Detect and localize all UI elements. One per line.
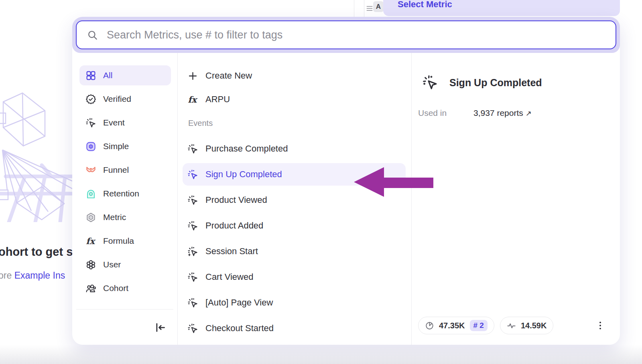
formula-icon: fx xyxy=(85,236,96,247)
grid-icon xyxy=(85,70,96,81)
total-count-stat-pill[interactable]: 47.35K # 2 xyxy=(418,317,494,334)
metric-detail-panel: Sign Up Completed Used in 3,937 reports↗… xyxy=(412,53,620,345)
detail-title: Sign Up Completed xyxy=(449,77,542,89)
events-section-label: Events xyxy=(188,115,406,131)
used-in-label: Used in xyxy=(418,108,473,118)
create-new-label: Create New xyxy=(205,71,252,81)
event-icon xyxy=(187,297,198,308)
verified-icon xyxy=(85,94,96,105)
sidebar-item-label: Verified xyxy=(103,94,131,104)
clause-a-badge[interactable]: A xyxy=(373,1,384,12)
plus-icon xyxy=(187,71,198,81)
sidebar-item-label: User xyxy=(103,260,121,269)
list-item-purchase-completed[interactable]: Purchase Completed xyxy=(183,138,406,160)
create-new-button[interactable]: Create New xyxy=(183,66,406,86)
sidebar-item-funnel[interactable]: Funnel xyxy=(79,160,171,180)
list-item-arpu[interactable]: fx ARPU xyxy=(183,89,406,109)
event-icon xyxy=(85,117,96,128)
sidebar-item-label: All xyxy=(103,71,112,80)
metric-search-box[interactable] xyxy=(76,20,616,49)
select-metric-button[interactable]: Select Metric xyxy=(383,0,620,16)
retention-icon xyxy=(85,188,96,199)
annotation-arrow-left xyxy=(352,165,435,199)
metric-list: Create New fx ARPU Events Purchase Compl… xyxy=(178,53,411,345)
collapse-left-icon[interactable] xyxy=(154,322,166,334)
funnel-icon xyxy=(85,165,96,176)
pie-chart-icon xyxy=(425,321,434,330)
list-item-checkout-started[interactable]: Checkout Started xyxy=(183,317,406,340)
sidebar-item-formula[interactable]: fx Formula xyxy=(79,231,171,251)
link-prefix-text: ore xyxy=(0,270,12,281)
sidebar-item-simple[interactable]: Simple xyxy=(79,136,171,156)
sidebar-item-label: Simple xyxy=(103,142,129,151)
cohort-icon xyxy=(85,283,96,294)
pulse-icon xyxy=(507,321,516,330)
list-item-auto-page-view[interactable]: [Auto] Page View xyxy=(183,291,406,314)
sidebar-item-metric[interactable]: Metric xyxy=(79,207,171,227)
event-icon xyxy=(422,75,438,91)
event-icon xyxy=(187,220,198,231)
simple-icon xyxy=(85,141,96,152)
user-icon xyxy=(85,259,96,270)
background-headline-fragment: ohort to get s xyxy=(0,245,74,259)
list-item-label: [Auto] Page View xyxy=(205,297,273,308)
list-item-label: Session Start xyxy=(205,246,258,257)
sidebar-item-event[interactable]: Event xyxy=(79,113,171,133)
event-icon xyxy=(187,195,198,206)
sidebar-item-all[interactable]: All xyxy=(79,65,171,85)
select-metric-label: Select Metric xyxy=(398,0,452,10)
stat-value: 14.59K xyxy=(521,321,547,330)
metric-icon xyxy=(85,212,96,223)
panel-divider xyxy=(364,0,364,17)
event-icon xyxy=(187,272,198,283)
list-item-session-start[interactable]: Session Start xyxy=(183,240,406,263)
list-item-cart-viewed[interactable]: Cart Viewed xyxy=(183,266,406,288)
formula-icon: fx xyxy=(187,94,198,105)
list-item-label: Purchase Completed xyxy=(205,144,288,154)
background-wireframe-illustration xyxy=(0,89,75,222)
list-item-label: ARPU xyxy=(205,94,230,105)
reports-count: 3,937 reports xyxy=(473,108,523,117)
list-item-label: Sign Up Completed xyxy=(205,169,282,180)
reports-link[interactable]: 3,937 reports↗ xyxy=(473,108,532,118)
sidebar-item-label: Cohort xyxy=(103,283,128,293)
arrow-up-right-icon: ↗ xyxy=(526,109,532,117)
sidebar-item-label: Funnel xyxy=(103,165,129,175)
sidebar-item-label: Metric xyxy=(103,212,126,222)
activity-stat-pill[interactable]: 14.59K xyxy=(500,317,554,334)
panel-divider xyxy=(354,0,354,17)
sidebar-item-retention[interactable]: Retention xyxy=(79,184,171,204)
sidebar-item-user[interactable]: User xyxy=(79,255,171,275)
event-star-icon xyxy=(187,246,198,257)
event-icon xyxy=(187,144,198,154)
page-bottom-fade xyxy=(0,345,642,364)
metric-type-sidebar: All Verified Event Simple Funnel Retenti… xyxy=(72,53,177,345)
sidebar-item-label: Retention xyxy=(103,189,139,198)
sidebar-item-label: Event xyxy=(103,118,125,127)
svg-text:fx: fx xyxy=(188,94,198,104)
sidebar-item-label: Formula xyxy=(103,236,134,246)
search-focus-halo xyxy=(72,17,620,53)
drag-handle-icon[interactable] xyxy=(366,4,374,13)
sidebar-item-verified[interactable]: Verified xyxy=(79,89,171,109)
list-item-label: Product Viewed xyxy=(205,195,267,205)
svg-text:fx: fx xyxy=(86,236,96,246)
stat-value: 47.35K xyxy=(439,321,465,330)
example-insights-link[interactable]: Example Ins xyxy=(14,270,65,281)
list-item-label: Checkout Started xyxy=(205,323,274,334)
kebab-menu-icon[interactable] xyxy=(595,320,605,332)
list-item-product-added[interactable]: Product Added xyxy=(183,214,406,237)
rank-badge: # 2 xyxy=(470,320,488,331)
event-icon xyxy=(187,169,198,180)
sidebar-divider xyxy=(76,309,173,309)
event-icon xyxy=(187,323,198,334)
select-metric-dialog: All Verified Event Simple Funnel Retenti… xyxy=(72,17,620,345)
background-link-line: ore Example Ins xyxy=(0,270,74,281)
search-input[interactable] xyxy=(107,29,605,41)
list-item-label: Product Added xyxy=(205,220,263,231)
sidebar-item-cohort[interactable]: Cohort xyxy=(79,278,171,298)
search-icon xyxy=(87,30,98,40)
list-item-label: Cart Viewed xyxy=(205,272,253,282)
